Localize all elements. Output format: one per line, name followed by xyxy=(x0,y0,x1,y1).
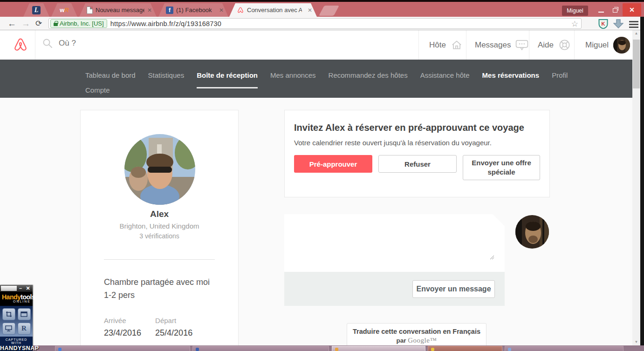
security-badge[interactable]: Airbnb, Inc. [US] xyxy=(50,19,107,28)
tab-conversation-active[interactable]: Conversation avec Alex - A ✕ xyxy=(229,3,317,17)
search-bar[interactable] xyxy=(42,38,199,49)
user-label: Miguel xyxy=(585,40,609,50)
checkin-date: 23/4/2016 xyxy=(104,328,141,338)
checkout-label: Départ xyxy=(155,317,192,324)
chat-bubble-icon xyxy=(515,39,528,51)
tab-title: (1) Facebook xyxy=(176,7,212,14)
browser-menu-icon[interactable] xyxy=(629,21,638,22)
nav-assistance-hote[interactable]: Assistance hôte xyxy=(420,71,470,80)
pinned-tab-2[interactable]: wR xyxy=(51,3,77,17)
captured-with-label: CAPTURED WITH xyxy=(0,338,33,344)
search-input[interactable] xyxy=(59,39,199,48)
scrollbar-thumb[interactable] xyxy=(633,40,640,88)
nav-row-2: Compte xyxy=(85,86,110,95)
tab-facebook[interactable]: f (1) Facebook ✕ xyxy=(158,3,228,17)
facebook-icon: f xyxy=(166,7,173,14)
window-capture-button[interactable] xyxy=(18,308,31,320)
resize-handle-icon[interactable] xyxy=(487,253,495,260)
handysnap-widget: – ✕ Handytools ONLINE R CAPTURED WITH HA… xyxy=(0,285,33,351)
checkout-date: 25/4/2016 xyxy=(155,328,192,338)
taskbar-button[interactable] xyxy=(55,346,190,351)
preapprove-actions: Pré-approuver Refuser Envoyer une offre … xyxy=(294,155,540,180)
security-badge-label: Airbnb, Inc. [US] xyxy=(60,20,104,27)
crop-tool-button[interactable] xyxy=(2,308,15,320)
bookmark-star-icon[interactable]: ☆ xyxy=(571,19,578,29)
handysnap-minimize-icon[interactable]: – xyxy=(17,285,24,291)
send-message-button[interactable]: Envoyer un message xyxy=(412,280,495,298)
nav-profil[interactable]: Profil xyxy=(552,71,568,80)
pinned-tab-1[interactable]: L xyxy=(23,3,49,17)
browser-toolbar: ← → ⟳ Airbnb, Inc. [US] https://www.airb… xyxy=(0,17,640,30)
guest-name: Alex xyxy=(81,209,238,219)
screen: L wR Nouveau message - Airbn ✕ f (1) Fac… xyxy=(0,0,644,351)
divider xyxy=(529,30,529,60)
document-icon xyxy=(87,7,93,14)
download-arrow-icon[interactable] xyxy=(613,19,623,28)
checkin: Arrivée 23/4/2016 xyxy=(104,317,141,338)
wordreference-icon: wR xyxy=(60,7,69,14)
scroll-down-icon[interactable]: ▼ xyxy=(632,339,640,345)
tab-close-icon[interactable]: ✕ xyxy=(308,7,312,14)
tab-nouveau-message[interactable]: Nouveau message - Airbn ✕ xyxy=(79,3,157,17)
listing-title[interactable]: Chambre partagée avec moi 1-2 pers xyxy=(104,276,218,302)
scroll-up-icon[interactable]: ▲ xyxy=(632,30,640,37)
composer-footer: Envoyer un message xyxy=(284,272,505,306)
kaspersky-shield-icon[interactable]: K xyxy=(598,19,608,29)
special-offer-button[interactable]: Envoyer une offre spéciale xyxy=(463,155,540,180)
airbnb-header: Hôte Messages Aide Miguel xyxy=(0,30,632,60)
windows-taskbar xyxy=(0,345,644,351)
booking-dates: Arrivée 23/4/2016 Départ 25/4/2016 xyxy=(104,317,192,338)
page-scrollbar[interactable]: ▲ ▼ xyxy=(632,30,640,345)
handysnap-titlebar: – ✕ xyxy=(0,285,33,292)
minimize-button[interactable] xyxy=(595,5,608,16)
refresh-icon[interactable]: ⟳ xyxy=(35,17,42,30)
nav-row-1: Tableau de bord Statistiques Boîte de ré… xyxy=(85,60,568,80)
divider xyxy=(35,30,35,60)
handysnap-title-area xyxy=(1,286,17,291)
header-item-host[interactable]: Hôte xyxy=(429,30,463,60)
screen-capture-button[interactable] xyxy=(2,323,15,335)
nav-statistiques[interactable]: Statistiques xyxy=(148,71,185,80)
browser-titlebar: L wR Nouveau message - Airbn ✕ f (1) Fac… xyxy=(0,2,644,17)
address-bar[interactable]: Airbnb, Inc. [US] https://www.airbnb.fr/… xyxy=(48,18,582,29)
header-item-help[interactable]: Aide xyxy=(538,30,571,60)
header-item-messages[interactable]: Messages xyxy=(475,30,528,60)
forward-icon[interactable]: → xyxy=(21,17,30,30)
tab-close-icon[interactable]: ✕ xyxy=(147,7,152,14)
back-icon[interactable]: ← xyxy=(7,17,16,30)
translate-label: Traduire cette conversation en Français xyxy=(347,328,486,335)
translate-button[interactable]: Traduire cette conversation en Français … xyxy=(347,323,486,348)
host-avatar[interactable] xyxy=(515,215,549,249)
avatar xyxy=(613,37,630,54)
translate-provider: par Google™ xyxy=(347,337,486,344)
taskbar-button[interactable] xyxy=(428,346,502,351)
divider xyxy=(104,259,215,260)
decline-button[interactable]: Refuser xyxy=(378,155,457,173)
close-button[interactable]: ✕ xyxy=(623,3,641,16)
nav-boite-de-reception[interactable]: Boîte de réception xyxy=(197,71,258,80)
handysnap-close-icon[interactable]: ✕ xyxy=(24,285,32,291)
restore-button[interactable] xyxy=(609,5,622,16)
preapprove-button[interactable]: Pré-approuver xyxy=(294,155,372,173)
guest-avatar[interactable] xyxy=(124,134,195,205)
tab-close-icon[interactable]: ✕ xyxy=(219,7,224,14)
message-input[interactable] xyxy=(284,214,505,272)
nav-mes-reservations[interactable]: Mes réservations xyxy=(482,71,540,80)
browser-profile-badge[interactable]: Miguel xyxy=(562,6,588,16)
nav-recommandez-des-hotes[interactable]: Recommandez des hôtes xyxy=(329,71,408,80)
nav-tableau-de-bord[interactable]: Tableau de bord xyxy=(85,71,136,80)
region-capture-button[interactable]: R xyxy=(18,323,31,335)
tab-title: Nouveau message - Airbn xyxy=(96,7,144,14)
nav-compte[interactable]: Compte xyxy=(85,86,110,95)
lifebuoy-icon xyxy=(558,39,571,51)
taskbar-button[interactable] xyxy=(505,346,623,351)
new-tab-button[interactable] xyxy=(319,6,339,16)
url-text: https://www.airbnb.fr/z/q/193168730 xyxy=(110,20,221,27)
messages-label: Messages xyxy=(475,40,511,50)
guest-verifications[interactable]: 3 vérifications xyxy=(81,232,238,240)
taskbar-button[interactable] xyxy=(192,346,329,351)
header-item-profile[interactable]: Miguel xyxy=(585,30,630,60)
taskbar-button[interactable] xyxy=(332,346,425,351)
nav-mes-annonces[interactable]: Mes annonces xyxy=(270,71,316,80)
airbnb-logo-icon[interactable] xyxy=(12,37,29,54)
